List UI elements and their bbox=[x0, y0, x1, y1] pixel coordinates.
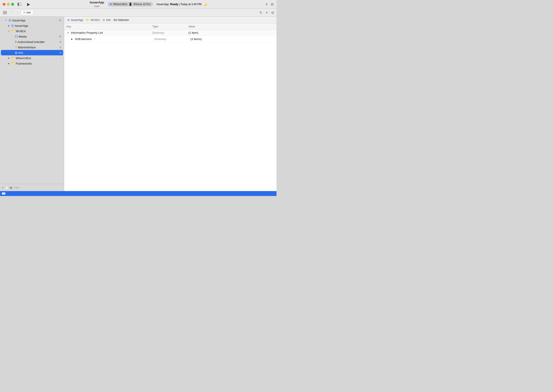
traffic-lights bbox=[3, 3, 14, 6]
bc-no-selection: No Selection bbox=[114, 18, 129, 21]
bc-info[interactable]: Info bbox=[106, 18, 111, 21]
device-label: iPhone 15 Pro bbox=[134, 3, 151, 6]
wnonuiext-badge: – bbox=[60, 57, 61, 59]
filter-placeholder: Filter bbox=[14, 186, 19, 189]
main-area: ▾ ⊞ IssuerApp M ▶ ⊞ IssuerApp ▾ 📁 WUIExt… bbox=[0, 17, 276, 191]
active-tab[interactable]: ⊞ Info bbox=[21, 10, 33, 15]
plist-key-nsextension: NSExtension bbox=[75, 37, 92, 41]
issuerapp-root-icon: ⊞ bbox=[8, 18, 11, 22]
clock-icon[interactable]: 🕐 bbox=[5, 186, 9, 189]
filter-menu-button[interactable]: ⊞ bbox=[10, 186, 12, 189]
disclosure-issuerapp-root[interactable]: ▾ bbox=[5, 19, 8, 22]
disclosure-issuerapp-child[interactable]: ▶ bbox=[7, 24, 10, 27]
actionviewcontroller-badge: A bbox=[60, 41, 61, 43]
col-value: Value bbox=[188, 25, 275, 28]
app-info: IssuerApp main bbox=[90, 1, 104, 8]
info-plist-icon: ⊞ bbox=[15, 51, 17, 55]
project-tree: ▾ ⊞ IssuerApp M ▶ ⊞ IssuerApp ▾ 📁 WUIExt… bbox=[0, 17, 64, 184]
bottom-indicator bbox=[2, 192, 5, 195]
close-button[interactable] bbox=[3, 3, 5, 6]
status-text: IssuerApp: Ready | Today at 3:40 PM bbox=[156, 3, 202, 6]
sidebar: ▾ ⊞ IssuerApp M ▶ ⊞ IssuerApp ▾ 📁 WUIExt… bbox=[0, 17, 64, 191]
run-target-label: WNonUIExt bbox=[113, 3, 127, 6]
plist-row-nsextension[interactable]: ▶ NSExtension ▲ ▼ Dictionary (3 items) bbox=[64, 36, 276, 42]
sidebar-item-info[interactable]: ⊞ Info A bbox=[1, 50, 63, 55]
editor-breadcrumb: ⊞ IssuerApp › 📁 WUIExt › ⊞ Info › No Sel… bbox=[64, 17, 276, 23]
list-view-button[interactable]: ≡ bbox=[265, 10, 268, 15]
issuerapp-child-icon: ⊞ bbox=[11, 24, 14, 28]
plist-key-info-property-list: Information Property List bbox=[71, 31, 103, 35]
bc-issuerapp[interactable]: IssuerApp bbox=[71, 18, 83, 21]
disclosure-wnonuiext[interactable]: ▶ bbox=[7, 56, 10, 60]
layout-button[interactable]: ⊟ bbox=[271, 2, 274, 6]
sidebar-bottom: + 🕐 ⊞ Filter bbox=[0, 184, 64, 191]
disclosure-wuiext[interactable]: ▾ bbox=[7, 29, 10, 33]
run-target[interactable]: WNonUIExt 📱 iPhone 15 Pro bbox=[108, 2, 153, 7]
forward-button[interactable]: › bbox=[15, 10, 20, 15]
wuiext-folder-icon: 📁 bbox=[11, 29, 15, 33]
add-button[interactable]: + bbox=[265, 2, 268, 6]
bc-wuiext[interactable]: WUIExt bbox=[91, 18, 100, 21]
col-key: Key bbox=[66, 25, 152, 28]
plist-row-info-property-list[interactable]: ▾ Information Property List Dictionary (… bbox=[64, 30, 276, 36]
app-name: IssuerApp bbox=[90, 1, 104, 5]
minimize-button[interactable] bbox=[7, 3, 10, 6]
svg-rect-2 bbox=[3, 13, 5, 14]
wnonuiext-folder-icon: 📁 bbox=[11, 56, 15, 60]
row-disclosure-nsextension[interactable]: ▶ bbox=[71, 38, 74, 41]
sidebar-item-issuerapp-child[interactable]: ▶ ⊞ IssuerApp bbox=[1, 23, 63, 28]
tab-label: Info bbox=[26, 11, 31, 14]
maximize-button[interactable] bbox=[11, 3, 14, 6]
bc-folder-icon: 📁 bbox=[86, 18, 89, 21]
media-icon: 🎞 bbox=[15, 35, 18, 38]
sidebar-item-maininterface[interactable]: ✕ MainInterface A bbox=[1, 45, 63, 50]
moon-icon: 🌙 bbox=[203, 2, 207, 6]
svg-rect-0 bbox=[3, 11, 5, 12]
titlebar: ▶ IssuerApp main WNonUIExt 📱 iPhone 15 P… bbox=[0, 0, 276, 8]
app-branch: main bbox=[94, 5, 100, 8]
run-button[interactable]: ▶ bbox=[26, 2, 32, 7]
row-sorter[interactable]: ▲ ▼ bbox=[94, 38, 95, 41]
media-label: Media bbox=[19, 35, 27, 38]
back-button[interactable]: ‹ bbox=[9, 10, 14, 15]
maininterface-badge: A bbox=[60, 46, 61, 49]
plist-table: Key Type Value ▾ Information Property Li… bbox=[64, 23, 276, 191]
titlebar-center: IssuerApp main WNonUIExt 📱 iPhone 15 Pro… bbox=[33, 1, 263, 8]
sidebar-item-frameworks[interactable]: ▶ 📁 Frameworks bbox=[1, 61, 63, 66]
editor: ⊞ IssuerApp › 📁 WUIExt › ⊞ Info › No Sel… bbox=[64, 17, 276, 191]
row-disclosure-info-prop[interactable]: ▾ bbox=[66, 31, 70, 35]
run-target-dot bbox=[110, 3, 112, 5]
disclosure-frameworks[interactable]: ▶ bbox=[7, 62, 10, 65]
toolbar: ‹ › ⊞ Info ↻ ≡ ⊟ bbox=[0, 8, 276, 17]
swift-icon-action: S bbox=[15, 40, 17, 43]
plist-type-info-property-list: Dictionary bbox=[152, 31, 188, 35]
sidebar-item-issuerapp-root[interactable]: ▾ ⊞ IssuerApp M bbox=[1, 18, 63, 23]
sidebar-item-actionviewcontroller[interactable]: S ActionViewController A bbox=[1, 39, 63, 45]
inspector-button[interactable]: ⊟ bbox=[271, 10, 275, 15]
issuerapp-child-label: IssuerApp bbox=[15, 24, 28, 28]
bottom-bar bbox=[0, 191, 276, 196]
storyboard-icon-main: ✕ bbox=[15, 46, 17, 49]
info-label: Info bbox=[18, 51, 23, 55]
wuiext-label: WUIExt bbox=[16, 29, 26, 33]
sidebar-item-media[interactable]: 🎞 Media M bbox=[1, 34, 63, 39]
add-file-button[interactable]: + bbox=[2, 186, 4, 189]
grid-view-button[interactable] bbox=[2, 10, 8, 15]
col-type: Type bbox=[152, 25, 188, 28]
svg-rect-3 bbox=[5, 13, 7, 14]
frameworks-folder-icon: 📁 bbox=[11, 62, 15, 65]
sidebar-item-wnonuiext[interactable]: ▶ 📁 WNonUIExt – bbox=[1, 55, 63, 61]
refresh-button[interactable]: ↻ bbox=[259, 10, 263, 15]
plist-value-nsextension: (3 items) bbox=[191, 37, 275, 41]
sidebar-toggle[interactable] bbox=[18, 3, 21, 6]
frameworks-label: Frameworks bbox=[16, 62, 32, 65]
sidebar-item-wuiext[interactable]: ▾ 📁 WUIExt bbox=[1, 28, 63, 34]
titlebar-right: + ⊟ bbox=[265, 2, 274, 6]
actionviewcontroller-label: ActionViewController bbox=[18, 40, 45, 44]
plist-type-nsextension: Dictionary bbox=[155, 38, 191, 41]
toolbar-right: ↻ ≡ ⊟ bbox=[67, 10, 275, 15]
issuerapp-root-label: IssuerApp bbox=[12, 19, 25, 22]
device-icon: 📱 bbox=[128, 2, 132, 6]
info-badge: A bbox=[60, 51, 61, 54]
media-badge: M bbox=[59, 35, 61, 38]
